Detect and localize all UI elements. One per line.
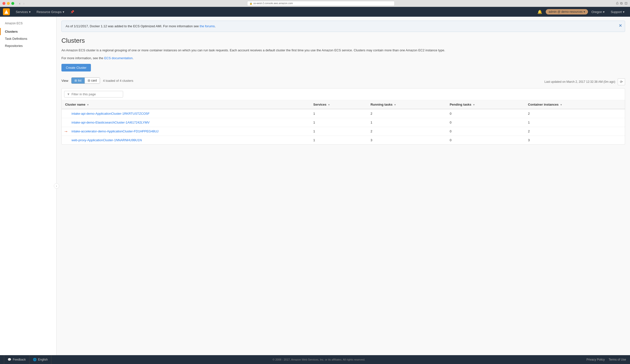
sort-icon: ▾: [87, 103, 88, 106]
table-row: →intake-accelerator-demo-ApplicationClus…: [62, 127, 625, 136]
globe-icon: 🌐: [33, 358, 36, 361]
sidebar-item-task-definitions[interactable]: Task Definitions: [0, 35, 56, 42]
refresh-button[interactable]: ⟳: [618, 78, 625, 85]
view-toolbar: View ⊞ list ⊟ card 4 loaded of 4 cluster…: [62, 77, 134, 84]
footer-copyright: © 2008 - 2017, Amazon Web Services, Inc.…: [272, 358, 365, 361]
list-view-button[interactable]: ⊞ list: [72, 78, 85, 83]
aws-logo: [3, 8, 10, 15]
sort-icon: ▾: [473, 103, 474, 106]
cell-running: 1: [367, 118, 446, 127]
col-running-tasks[interactable]: Running tasks ▾: [367, 100, 446, 109]
back-button[interactable]: ‹: [18, 1, 22, 5]
cell-pending: 0: [446, 136, 524, 145]
sidebar-item-repositories[interactable]: Repositories: [0, 42, 56, 49]
minimize-button[interactable]: [7, 2, 10, 5]
sidebar: Amazon ECS Clusters Task Definitions Rep…: [0, 17, 56, 355]
filter-icon: ▼: [67, 92, 70, 96]
sidebar-brand: Amazon ECS: [0, 22, 56, 28]
chevron-down-icon: ▾: [603, 10, 605, 14]
col-container-instances[interactable]: Container instances ▾: [524, 100, 625, 109]
list-icon: ⊞: [74, 79, 77, 82]
chevron-down-icon: ▾: [63, 10, 64, 14]
banner-text-after: .: [215, 24, 216, 28]
nav-resource-groups[interactable]: Resource Groups ▾: [34, 7, 67, 17]
pin-icon: 📌: [70, 10, 74, 14]
filter-input-wrap: ▼: [64, 91, 123, 97]
support-menu[interactable]: Support ▾: [608, 10, 627, 14]
filter-row: ▼: [62, 88, 625, 100]
cell-services: 1: [310, 118, 367, 127]
page-title: Clusters: [62, 37, 625, 44]
cell-instances: 2: [524, 127, 625, 136]
table-row: intake-api-demo-ElasticsearchCluster-1AI…: [62, 118, 625, 127]
aws-navbar: Services ▾ Resource Groups ▾ 📌 🔔 admin @…: [0, 7, 630, 17]
sort-icon: ▾: [394, 103, 396, 106]
cell-running: 2: [367, 109, 446, 118]
cluster-link[interactable]: intake-accelerator-demo-ApplicationClust…: [72, 129, 158, 133]
notification-bell[interactable]: 🔔: [535, 9, 545, 14]
cell-services: 1: [310, 136, 367, 145]
clusters-table: Cluster name ▾ Services ▾ Running tasks …: [62, 100, 625, 144]
cell-instances: 3: [524, 136, 625, 145]
page-footer: 💬 Feedback 🌐 English © 2008 - 2017, Amaz…: [0, 355, 630, 364]
table-row: web-proxy-ApplicationCluster-1NNARNHU99U…: [62, 136, 625, 145]
region-selector[interactable]: Oregon ▾: [589, 10, 607, 14]
terms-of-use-link[interactable]: Terms of Use: [608, 358, 626, 361]
sort-icon: ▾: [560, 103, 562, 106]
col-cluster-name[interactable]: Cluster name ▾: [62, 100, 310, 109]
cell-pending: 0: [446, 127, 524, 136]
sidebar-item-clusters[interactable]: Clusters: [0, 28, 56, 35]
sidebar-icon[interactable]: ⊡: [624, 1, 628, 5]
card-icon: ⊟: [88, 79, 90, 82]
maximize-button[interactable]: [11, 2, 14, 5]
cluster-link[interactable]: intake-api-demo-ApplicationCluster-1RKRT…: [72, 112, 150, 115]
privacy-policy-link[interactable]: Privacy Policy: [586, 358, 605, 361]
feedback-button[interactable]: 💬 Feedback: [4, 355, 30, 364]
feedback-icon: 💬: [8, 358, 11, 361]
share-icon[interactable]: ⎙: [616, 1, 618, 5]
create-cluster-button[interactable]: Create Cluster: [62, 64, 91, 71]
cell-instances: 2: [524, 109, 625, 118]
address-bar[interactable]: 🔒 us-west-2.console.aws.amazon.com: [247, 1, 394, 6]
main-layout: Amazon ECS Clusters Task Definitions Rep…: [0, 17, 630, 355]
col-pending-tasks[interactable]: Pending tasks ▾: [446, 100, 524, 109]
info-banner: As of 1/11/2017, Docker 1.12 was added t…: [62, 21, 625, 32]
nav-pin[interactable]: 📌: [67, 7, 77, 17]
chevron-down-icon: ▾: [29, 10, 31, 14]
language-button[interactable]: 🌐 English: [30, 355, 51, 364]
content-area: As of 1/11/2017, Docker 1.12 was added t…: [56, 17, 630, 355]
sort-icon: ▾: [328, 103, 330, 106]
user-menu[interactable]: admin @ demo-resources ▾: [546, 9, 588, 14]
page-description-2: For more information, see the ECS docume…: [62, 56, 625, 61]
row-arrow-icon: →: [64, 129, 68, 134]
chevron-down-icon: ▾: [623, 10, 624, 14]
filter-input[interactable]: [72, 92, 120, 96]
footer-right: Privacy Policy Terms of Use: [586, 358, 626, 361]
cell-services: 1: [310, 127, 367, 136]
sidebar-collapse-button[interactable]: ‹: [54, 183, 59, 189]
nav-services[interactable]: Services ▾: [13, 7, 34, 17]
table-header-row: Cluster name ▾ Services ▾ Running tasks …: [62, 100, 625, 109]
cell-running: 2: [367, 127, 446, 136]
view-label: View: [62, 79, 68, 82]
cell-services: 1: [310, 109, 367, 118]
ecs-docs-link[interactable]: ECS documentation: [104, 56, 133, 60]
cell-running: 3: [367, 136, 446, 145]
cluster-link[interactable]: intake-api-demo-ElasticsearchCluster-1AI…: [72, 121, 150, 124]
col-services[interactable]: Services ▾: [310, 100, 367, 109]
view-toggle: ⊞ list ⊟ card: [71, 77, 100, 84]
cell-instances: 1: [524, 118, 625, 127]
close-button[interactable]: [2, 2, 6, 5]
clusters-table-wrapper: ▼ Cluster name ▾ Services ▾ Running task…: [62, 88, 625, 145]
forward-button[interactable]: ›: [22, 1, 26, 5]
banner-link[interactable]: the forums: [200, 24, 215, 28]
close-icon[interactable]: ✕: [619, 23, 622, 29]
table-row: intake-api-demo-ApplicationCluster-1RKRT…: [62, 109, 625, 118]
banner-text: As of 1/11/2017, Docker 1.12 was added t…: [66, 24, 200, 28]
new-tab-icon[interactable]: ⧉: [620, 1, 623, 5]
table-header-row: View ⊞ list ⊟ card 4 loaded of 4 cluster…: [62, 77, 625, 86]
cluster-link[interactable]: web-proxy-ApplicationCluster-1NNARNHU99U…: [72, 138, 142, 142]
address-text: us-west-2.console.aws.amazon.com: [253, 2, 293, 5]
card-view-button[interactable]: ⊟ card: [85, 78, 100, 83]
cluster-count: 4 loaded of 4 clusters: [103, 79, 134, 82]
